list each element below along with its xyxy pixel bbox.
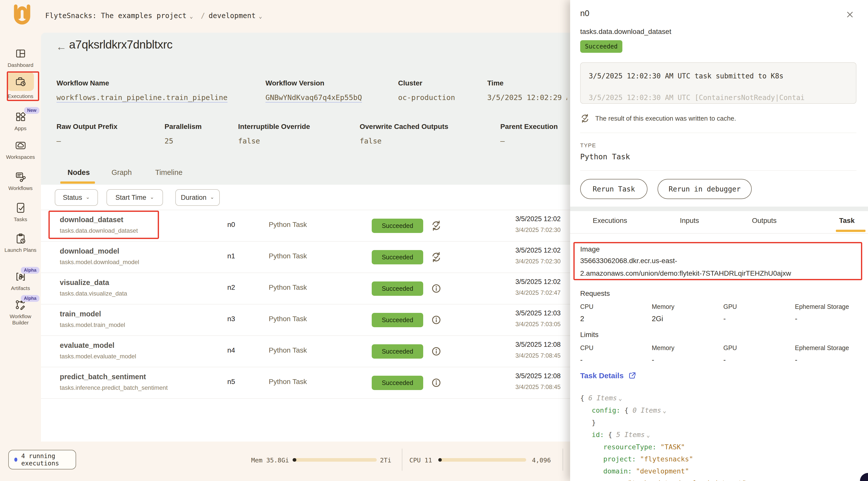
- workflow-version-link[interactable]: GNBwYNdKvaq67q4xEp55bQ: [266, 93, 362, 102]
- sidebar-item-artifacts[interactable]: Alpha Artifacts: [0, 270, 41, 291]
- image-label: Image: [580, 245, 600, 253]
- start-time-filter[interactable]: Start Time: [106, 189, 163, 206]
- duration-filter[interactable]: Duration: [175, 189, 220, 206]
- chevron-down-icon[interactable]: [259, 13, 262, 19]
- dashboard-icon: [14, 47, 27, 60]
- app-root: FlyteSnacks: The examples project /devel…: [0, 0, 868, 481]
- log-line-faded: 3/5/2025 12:02:30 AM UTC [ContainersNotR…: [589, 93, 805, 102]
- chevron-down-icon: [150, 194, 154, 200]
- close-icon[interactable]: [845, 10, 855, 19]
- meta-time: Time 3/5/2025 12:02:29 A: [487, 79, 567, 102]
- chevron-down-icon[interactable]: [190, 13, 193, 19]
- tab-nodes[interactable]: Nodes: [68, 169, 90, 177]
- running-executions-pill[interactable]: 4 running executions: [8, 450, 76, 470]
- limits-cpu-value: -: [580, 356, 583, 364]
- json-line: resourceType: "TASK": [580, 441, 867, 453]
- panel-tab-executions[interactable]: Executions: [593, 217, 627, 225]
- sidebar-item-apps[interactable]: New Apps: [0, 111, 41, 131]
- sidebar-item-label: Launch Plans: [4, 247, 36, 253]
- sidebar-item-workflows[interactable]: Workflows: [0, 170, 41, 191]
- memory-usage-bar: [292, 458, 377, 462]
- meta-raw-output-prefix: Raw Output Prefix –: [57, 123, 118, 145]
- meta-parallelism: Parallelism 25: [164, 123, 202, 145]
- sidebar-item-label: Workspaces: [6, 154, 35, 160]
- breadcrumb: FlyteSnacks: The examples project /devel…: [45, 11, 266, 20]
- status-filter[interactable]: Status: [55, 189, 98, 206]
- task-json-viewer[interactable]: { 6 Items config: { 0 Items } id: { 5 It…: [580, 392, 867, 481]
- info-icon[interactable]: [431, 314, 442, 325]
- table-row-n0[interactable]: download_dataset tasks.data.download_dat…: [41, 210, 570, 241]
- cpu-usage-bar: [438, 458, 526, 462]
- requests-ephemeral-label: Ephemeral Storage: [795, 303, 849, 310]
- rerun-task-button[interactable]: Rerun Task: [580, 179, 648, 199]
- image-value-line2: 2.amazonaws.com/union/demo:flytekit-7STA…: [580, 269, 791, 277]
- task-details-link[interactable]: Task Details: [580, 371, 636, 380]
- node-id-title: n0: [580, 8, 589, 18]
- requests-heading: Requests: [580, 290, 610, 298]
- cache-hit-icon[interactable]: [431, 220, 442, 231]
- chevron-down-icon: [210, 194, 214, 200]
- sidebar-item-label: Apps: [14, 125, 27, 131]
- meta-workflow-version: Workflow Version GNBwYNdKvaq67q4xEp55bQ: [266, 79, 362, 102]
- log-preview-box[interactable]: 3/5/2025 12:02:30 AM UTC task submitted …: [580, 62, 857, 104]
- cpu-usage-fill: [438, 458, 442, 462]
- json-line: name: "tasks.data.download_dataset": [580, 477, 867, 481]
- running-dot-icon: [14, 458, 17, 462]
- collapse-caret-icon[interactable]: [645, 431, 650, 439]
- node-detail-panel: n0 tasks.data.download_dataset Succeeded…: [570, 0, 868, 481]
- back-arrow-icon[interactable]: ←: [56, 41, 67, 53]
- table-row-n4[interactable]: evaluate_model tasks.model.evaluate_mode…: [41, 335, 570, 367]
- workflows-icon: [14, 170, 27, 183]
- table-row-n2[interactable]: visualize_data tasks.data.visualize_data…: [41, 273, 570, 304]
- panel-tab-task[interactable]: Task: [839, 217, 855, 225]
- rerun-in-debugger-button[interactable]: Rerun in debugger: [657, 179, 752, 199]
- panel-section-gap: [570, 207, 868, 211]
- collapse-caret-icon[interactable]: [617, 394, 622, 402]
- nodes-table: Status Start Time Duration download_data…: [41, 185, 570, 442]
- cache-hit-icon[interactable]: [431, 251, 442, 263]
- panel-tab-outputs[interactable]: Outputs: [752, 217, 777, 225]
- tab-graph[interactable]: Graph: [112, 169, 132, 177]
- breadcrumb-project[interactable]: FlyteSnacks: The examples project: [45, 11, 187, 20]
- limits-gpu-label: GPU: [723, 344, 737, 352]
- sidebar-item-launch-plans[interactable]: Launch Plans: [0, 232, 41, 253]
- statusbar-divider: [402, 449, 402, 471]
- sidebar-item-tasks[interactable]: Tasks: [0, 202, 41, 222]
- json-line: project: "flytesnacks": [580, 453, 867, 465]
- sidebar-item-dashboard[interactable]: Dashboard: [0, 47, 41, 68]
- table-row-n5[interactable]: predict_batch_sentiment tasks.inference.…: [41, 367, 570, 398]
- active-item-highlight: [7, 72, 34, 91]
- topbar: FlyteSnacks: The examples project /devel…: [0, 0, 570, 33]
- tab-timeline[interactable]: Timeline: [155, 169, 183, 177]
- breadcrumb-domain[interactable]: development: [209, 11, 256, 20]
- requests-ephemeral-value: -: [795, 314, 798, 323]
- type-value: Python Task: [580, 152, 630, 161]
- sidebar-item-workspaces[interactable]: Workspaces: [0, 139, 41, 160]
- divider: [580, 170, 857, 171]
- panel-tab-inputs[interactable]: Inputs: [680, 217, 699, 225]
- breadcrumb-separator: /: [201, 11, 205, 20]
- memory-total-label: 2Ti: [380, 457, 391, 464]
- sidebar-item-workflow-builder[interactable]: Alpha Workflow Builder: [0, 299, 41, 326]
- sidebar-item-executions[interactable]: Executions: [0, 72, 41, 99]
- meta-workflow-name: Workflow Name workflows.train_pipeline.t…: [57, 79, 227, 102]
- table-row-n3[interactable]: train_model tasks.model.train_model n3 P…: [41, 304, 570, 335]
- limits-ephemeral-label: Ephemeral Storage: [795, 344, 849, 352]
- union-logo-icon[interactable]: [11, 4, 33, 27]
- requests-gpu-label: GPU: [723, 303, 737, 310]
- workflow-name-link[interactable]: workflows.train_pipeline.train_pipeline: [57, 93, 227, 102]
- limits-memory-label: Memory: [652, 344, 674, 352]
- info-icon[interactable]: [431, 283, 442, 294]
- meta-overwrite-cached-outputs: Overwrite Cached Outputs false: [360, 123, 448, 145]
- status-badge: Succeeded: [580, 40, 622, 53]
- status-badge: Succeeded: [372, 219, 423, 233]
- sidebar-item-label: Tasks: [14, 216, 27, 222]
- launch-plans-icon: [14, 232, 27, 245]
- memory-usage-fill: [292, 458, 297, 462]
- type-label: TYPE: [580, 142, 596, 149]
- info-icon[interactable]: [431, 377, 442, 388]
- table-row-n1[interactable]: download_model tasks.model.download_mode…: [41, 241, 570, 273]
- collapse-caret-icon[interactable]: [661, 407, 666, 414]
- info-icon[interactable]: [431, 346, 442, 357]
- requests-gpu-value: -: [723, 314, 726, 323]
